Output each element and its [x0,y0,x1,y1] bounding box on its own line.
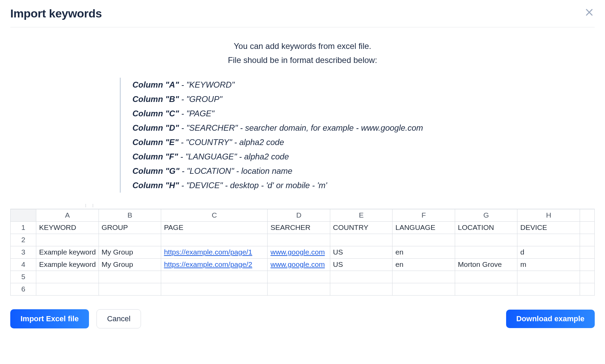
format-row-e: Column "E" - "COUNTRY" - alpha2 code [132,135,561,150]
close-button[interactable] [584,7,595,18]
cell-pad [580,234,594,246]
cell: My Group [99,258,161,271]
cell: en [392,246,455,258]
spreadsheet-table: A B C D E F G H 1KEYWORDGROUPPAGESEARCHE… [10,209,595,296]
table-row: 3Example keywordMy Grouphttps://example.… [11,246,595,258]
table-row: 2 [11,234,595,246]
cell-pad [580,283,594,295]
cell: m [517,258,580,271]
cell: Example keyword [36,258,99,271]
cell: Example keyword [36,246,99,258]
import-excel-button[interactable]: Import Excel file [10,309,89,328]
cell [455,283,517,295]
format-row-f: Column "F" - "LANGUAGE" - alpha2 code [132,150,561,164]
cell [392,271,455,283]
dialog-header: Import keywords [10,7,595,27]
cell [455,246,517,258]
table-row: 5 [11,271,595,283]
cell [330,234,392,246]
cell: US [330,258,392,271]
cell: KEYWORD [36,221,99,234]
cell-pad [580,258,594,271]
intro-line-1: You can add keywords from excel file. [10,39,595,53]
spreadsheet-toolbar [10,203,595,209]
cell [161,271,268,283]
col-letter-h: H [517,209,580,221]
footer-left: Import Excel file Cancel [10,309,141,328]
import-keywords-dialog: Import keywords You can add keywords fro… [0,0,605,342]
format-description: Column "A" - "KEYWORD" Column "B" - "GRO… [120,78,561,193]
col-letter-b: B [99,209,161,221]
format-row-b: Column "B" - "GROUP" [132,92,561,106]
intro-line-2: File should be in format described below… [10,53,595,67]
cell [455,271,517,283]
cell [330,271,392,283]
row-number: 6 [11,283,36,295]
cell-pad [580,271,594,283]
format-row-h: Column "H" - "DEVICE" - desktop - 'd' or… [132,178,561,193]
cell [99,283,161,295]
format-row-a: Column "A" - "KEYWORD" [132,78,561,92]
col-letter-e: E [330,209,392,221]
cell: en [392,258,455,271]
cell [99,234,161,246]
cell: LOCATION [455,221,517,234]
table-row: 6 [11,283,595,295]
row-number: 5 [11,271,36,283]
cell: GROUP [99,221,161,234]
cell: https://example.com/page/2 [161,258,268,271]
cell: COUNTRY [330,221,392,234]
cell [268,271,330,283]
cell: Morton Grove [455,258,517,271]
cell: d [517,246,580,258]
dialog-footer: Import Excel file Cancel Download exampl… [10,309,595,328]
row-number: 3 [11,246,36,258]
cell [517,271,580,283]
row-number: 2 [11,234,36,246]
intro-text: You can add keywords from excel file. Fi… [10,39,595,67]
cell [268,283,330,295]
table-row: 1KEYWORDGROUPPAGESEARCHERCOUNTRYLANGUAGE… [11,221,595,234]
cell: www.google.com [268,258,330,271]
col-letter-d: D [268,209,330,221]
format-row-d: Column "D" - "SEARCHER" - searcher domai… [132,121,561,135]
cell [517,234,580,246]
cell [455,234,517,246]
cell [161,283,268,295]
cell-pad [580,246,594,258]
cell [161,234,268,246]
cell-link[interactable]: https://example.com/page/2 [164,260,252,268]
download-example-button[interactable]: Download example [506,310,595,328]
cell [36,283,99,295]
cell: DEVICE [517,221,580,234]
cell: My Group [99,246,161,258]
col-letter-c: C [161,209,268,221]
row-number: 4 [11,258,36,271]
format-row-g: Column "G" - "LOCATION" - location name [132,164,561,178]
table-row: 4Example keywordMy Grouphttps://example.… [11,258,595,271]
col-letter-f: F [392,209,455,221]
cell: https://example.com/page/1 [161,246,268,258]
cell-link[interactable]: www.google.com [270,248,325,256]
cell: SEARCHER [268,221,330,234]
cell [330,283,392,295]
column-letter-row: A B C D E F G H [11,209,595,221]
cancel-button[interactable]: Cancel [96,309,141,328]
row-number: 1 [11,221,36,234]
cell [392,283,455,295]
close-icon [584,8,594,17]
col-letter-a: A [36,209,99,221]
cell [517,283,580,295]
corner-cell [11,209,36,221]
format-row-c: Column "C" - "PAGE" [132,106,561,121]
cell-pad [580,221,594,234]
cell: PAGE [161,221,268,234]
cell-link[interactable]: www.google.com [270,260,325,268]
cell [36,234,99,246]
cell: www.google.com [268,246,330,258]
cell [99,271,161,283]
dialog-title: Import keywords [10,7,102,20]
example-spreadsheet: A B C D E F G H 1KEYWORDGROUPPAGESEARCHE… [10,203,595,296]
cell-link[interactable]: https://example.com/page/1 [164,248,252,256]
cell [392,234,455,246]
